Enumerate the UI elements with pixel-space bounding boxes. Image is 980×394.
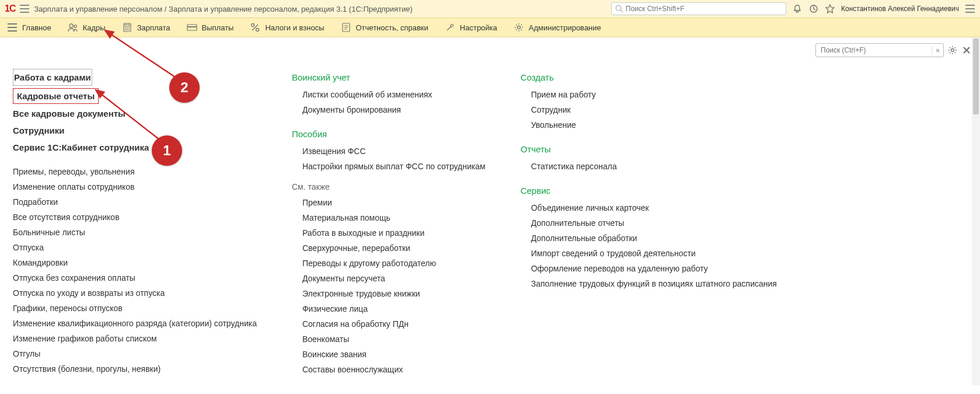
user-name[interactable]: Константинов Алексей Геннадиевич [841,5,959,13]
nav-settings[interactable]: Настройка [445,22,497,33]
wrench-icon [445,22,455,33]
svg-rect-13 [187,26,197,27]
list-item[interactable]: Извещения ФСС [292,144,486,159]
star-icon[interactable] [825,4,835,14]
list-item[interactable]: Импорт сведений о трудовой деятельности [521,246,777,261]
section-service: Сервис [521,182,777,200]
list-item[interactable]: Изменение квалификационного разряда (кат… [13,316,257,331]
svg-point-9 [125,29,126,30]
list-item[interactable]: Физические лица [292,301,486,316]
nav-reports[interactable]: Отчетность, справки [341,22,428,33]
svg-point-8 [128,27,130,29]
list-item[interactable]: Подработки [13,194,257,210]
scrollbar[interactable] [972,37,980,385]
nav-main[interactable]: Главное [7,22,51,33]
page-search-input[interactable] [816,46,932,54]
list-item[interactable]: Переводы к другому работодателю [292,256,486,271]
search-icon [615,5,623,13]
list-item[interactable]: Материальная помощь [292,210,486,225]
list-item[interactable]: Изменение графиков работы списком [13,331,257,346]
nav-admin[interactable]: Администрирование [514,22,601,33]
list-item[interactable]: Электронные трудовые книжки [292,286,486,301]
list-item[interactable]: Прием на работу [521,87,777,102]
list-item[interactable]: Приемы, переводы, увольнения [13,164,257,179]
clear-icon[interactable]: × [932,46,943,55]
column-1: Работа с кадрами Кадровые отчеты Все кад… [13,69,257,377]
list-item[interactable]: Отгулы [13,346,257,361]
hamburger-icon [7,22,18,33]
main-link-cabinet[interactable]: Сервис 1С:Кабинет сотрудника [13,139,257,156]
hamburger-icon[interactable] [20,5,29,13]
top-bar: 1C Зарплата и управление персоналом / За… [0,0,980,18]
nav-label: Главное [22,23,51,32]
bell-icon[interactable] [792,4,803,14]
close-icon[interactable] [961,45,972,55]
callout-label: 1 [163,142,170,159]
list-item[interactable]: Оформление переводов на удаленную работу [521,261,777,276]
global-search-input[interactable] [626,5,782,13]
nav-taxes[interactable]: Налоги и взносы [250,22,324,33]
callout-1: 1 [152,135,182,166]
svg-point-15 [256,29,259,32]
list-item[interactable]: Статистика персонала [521,159,777,174]
scroll-thumb[interactable] [973,39,979,114]
nav-salary[interactable]: Зарплата [122,22,170,33]
column-2: Воинский учет Листки сообщений об измене… [292,69,486,377]
svg-point-3 [74,25,76,27]
nav-personnel[interactable]: Кадры [68,22,106,33]
callout-2: 2 [169,72,200,103]
list-item[interactable]: Командировки [13,255,257,270]
list-item[interactable]: Настройки прямых выплат ФСС по сотрудник… [292,159,486,174]
list-item[interactable]: Листки сообщений об изменениях [292,87,486,102]
list-item[interactable]: Документы бронирования [292,102,486,117]
svg-point-6 [125,27,126,29]
svg-point-18 [951,49,954,52]
nav-label: Настройка [460,23,497,32]
global-search[interactable] [611,2,786,15]
list-item[interactable]: Дополнительные отчеты [521,215,777,231]
list-item[interactable]: Изменение оплаты сотрудников [13,179,257,194]
menu-toggle-icon[interactable] [965,4,975,14]
nav-payments[interactable]: Выплаты [187,22,234,33]
list-item[interactable]: Заполнение трудовых функций в позициях ш… [521,276,777,291]
list-item[interactable]: Объединение личных карточек [521,200,777,215]
list-item[interactable]: Больничные листы [13,225,257,240]
nav-label: Кадры [83,23,106,32]
main-link-employees[interactable]: Сотрудники [13,122,257,139]
list-item[interactable]: Премии [292,195,486,210]
list-item[interactable]: Графики, переносы отпусков [13,301,257,316]
list-item[interactable]: Сверхурочные, переработки [292,240,486,256]
list-item[interactable]: Отпуска по уходу и возвраты из отпуска [13,285,257,301]
section-military: Воинский учет [292,69,486,87]
svg-point-11 [128,29,130,30]
history-icon[interactable] [808,4,819,14]
svg-point-10 [127,29,128,30]
list-item[interactable]: Работа в выходные и праздники [292,225,486,240]
list-item[interactable]: Отпуска [13,240,257,255]
main-link-work-with-personnel[interactable]: Работа с кадрами [13,69,92,86]
people-icon [68,22,78,33]
list-item[interactable]: Документы персучета [292,271,486,286]
list-item[interactable]: Отсутствия (болезни, прогулы, неявки) [13,361,257,376]
list-item[interactable]: Воинские звания [292,347,486,362]
main-link-personnel-reports[interactable]: Кадровые отчеты [13,88,99,104]
list-item[interactable]: Сотрудник [521,102,777,117]
svg-rect-5 [125,25,130,26]
gear-icon[interactable] [947,45,958,55]
page-search[interactable]: × [815,43,944,57]
section-benefits: Пособия [292,125,486,144]
percent-icon [250,22,260,33]
nav-label: Зарплата [137,23,170,32]
page-controls: × [815,43,972,57]
list-item[interactable]: Составы военнослужащих [292,362,486,377]
section-create: Создать [521,69,777,87]
column-3: Создать Прием на работу Сотрудник Увольн… [521,69,777,377]
svg-point-7 [127,27,128,29]
list-item[interactable]: Увольнение [521,117,777,133]
main-link-all-personnel-docs[interactable]: Все кадровые документы [13,105,257,122]
list-item[interactable]: Военкоматы [292,332,486,347]
list-item[interactable]: Дополнительные обработки [521,231,777,246]
list-item[interactable]: Отпуска без сохранения оплаты [13,270,257,285]
list-item[interactable]: Согласия на обработку ПДн [292,316,486,332]
list-item[interactable]: Все отсутствия сотрудников [13,210,257,225]
